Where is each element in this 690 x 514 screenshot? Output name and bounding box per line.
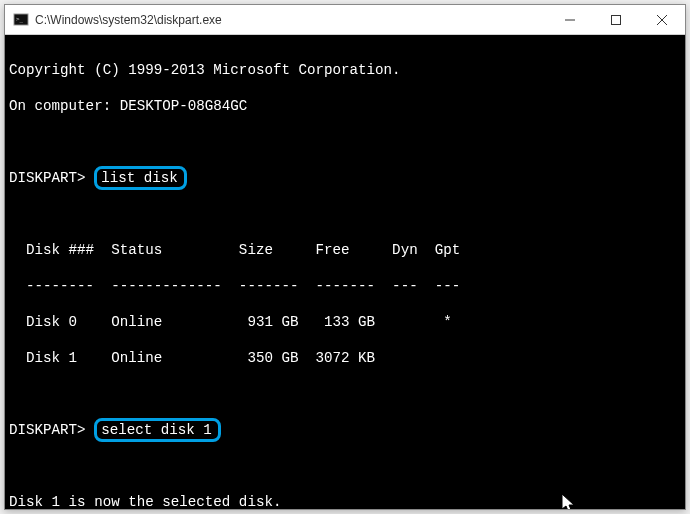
prompt: DISKPART> <box>9 422 86 438</box>
minimize-button[interactable] <box>547 5 593 34</box>
maximize-button[interactable] <box>593 5 639 34</box>
svg-text:>_: >_ <box>16 15 24 23</box>
window-title: C:\Windows\system32\diskpart.exe <box>35 13 222 27</box>
window-controls <box>547 5 685 34</box>
prompt: DISKPART> <box>9 170 86 186</box>
msg-disk-selected: Disk 1 is now the selected disk. <box>9 493 681 509</box>
copyright-line: Copyright (C) 1999-2013 Microsoft Corpor… <box>9 61 681 79</box>
disk-table-divider: -------- ------------- ------- ------- -… <box>9 277 681 295</box>
terminal-output[interactable]: Copyright (C) 1999-2013 Microsoft Corpor… <box>5 35 685 509</box>
diskpart-window: >_ C:\Windows\system32\diskpart.exe Copy… <box>4 4 686 510</box>
svg-rect-4 <box>612 15 621 24</box>
disk-row-1: Disk 1 Online 350 GB 3072 KB <box>9 349 681 367</box>
close-button[interactable] <box>639 5 685 34</box>
command-list-disk: list disk <box>94 166 187 190</box>
computer-line: On computer: DESKTOP-08G84GC <box>9 97 681 115</box>
command-select-disk: select disk 1 <box>94 418 221 442</box>
disk-table-header: Disk ### Status Size Free Dyn Gpt <box>9 241 681 259</box>
disk-row-0: Disk 0 Online 931 GB 133 GB * <box>9 313 681 331</box>
app-icon: >_ <box>13 12 29 28</box>
titlebar: >_ C:\Windows\system32\diskpart.exe <box>5 5 685 35</box>
